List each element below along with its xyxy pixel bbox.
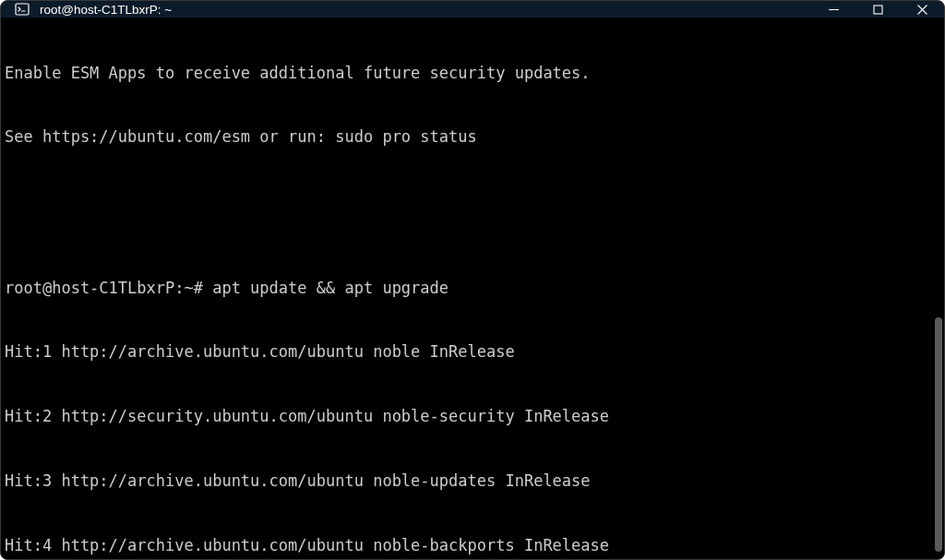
window-controls: [811, 1, 944, 18]
close-button[interactable]: [900, 1, 944, 18]
terminal-line: Hit:2 http://security.ubuntu.com/ubuntu …: [5, 406, 940, 427]
vertical-scrollbar[interactable]: [935, 42, 942, 552]
terminal-app-icon: [14, 1, 30, 18]
terminal-line: Hit:1 http://archive.ubuntu.com/ubuntu n…: [5, 341, 940, 363]
terminal-line: Hit:3 http://archive.ubuntu.com/ubuntu n…: [5, 471, 940, 492]
terminal-line: Hit:4 http://archive.ubuntu.com/ubuntu n…: [5, 535, 940, 556]
svg-rect-0: [16, 4, 29, 15]
scrollbar-thumb[interactable]: [935, 317, 942, 552]
terminal-line: See https://ubuntu.com/esm or run: sudo …: [5, 126, 940, 148]
titlebar[interactable]: root@host-C1TLbxrP: ~: [1, 1, 944, 18]
window-title: root@host-C1TLbxrP: ~: [40, 3, 172, 17]
minimize-button[interactable]: [811, 1, 855, 18]
terminal-window: root@host-C1TLbxrP: ~ Enable ESM Apps to…: [0, 0, 945, 560]
terminal-line: root@host-C1TLbxrP:~# apt update && apt …: [5, 278, 940, 299]
maximize-button[interactable]: [855, 1, 900, 18]
terminal-line: Enable ESM Apps to receive additional fu…: [5, 63, 940, 84]
svg-rect-3: [874, 6, 882, 14]
terminal-content[interactable]: Enable ESM Apps to receive additional fu…: [1, 18, 944, 559]
